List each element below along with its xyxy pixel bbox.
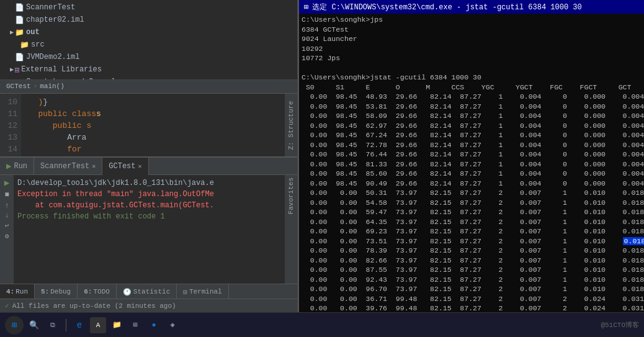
- terminal-icon: ⊡: [183, 288, 187, 296]
- status-bar: ✓ All files are up-to-date (2 minutes ag…: [0, 299, 297, 312]
- tree-item-external-libraries[interactable]: ▶ ▤ External Libraries: [0, 63, 297, 76]
- cmd-data-18: 0.00 0.00 82.66 73.97 82.15 87.27 2 0.00…: [302, 256, 642, 266]
- tree-label: JVMDemo2.iml: [26, 53, 79, 61]
- tab-todo[interactable]: 6: TODO: [78, 284, 117, 299]
- tree-item-out[interactable]: ▶ 📁 out: [0, 26, 297, 38]
- code-line-11: public classs: [24, 108, 282, 120]
- taskbar-edge[interactable]: e: [71, 317, 87, 333]
- taskbar-app1[interactable]: A: [90, 317, 106, 333]
- run-scannertest-label: ScannerTest: [40, 162, 89, 171]
- cmd-line-jps: 10772 Jps: [302, 53, 642, 63]
- search-icon: 🔍: [29, 320, 39, 330]
- tab-run-label: Run: [16, 288, 28, 295]
- breadcrumb: GCTest › main(): [0, 80, 297, 94]
- code-line-10: )}: [24, 96, 282, 108]
- code-line-15: for: [24, 143, 282, 155]
- cmd-data-5: 0.00 98.45 67.24 29.66 82.14 87.27 1 0.0…: [302, 130, 642, 140]
- cmd-data-23: 0.00 0.00 39.76 99.48 82.15 87.27 2 0.00…: [302, 303, 642, 312]
- iml-icon: 📄: [15, 16, 24, 25]
- taskbar-search-btn[interactable]: 🔍: [26, 317, 42, 333]
- run-tab-run[interactable]: ▶ Run: [0, 158, 34, 175]
- folder-icon: 📁: [15, 28, 24, 37]
- tree-label: ScannerTest: [26, 3, 75, 12]
- scroll-up-icon[interactable]: ↑: [5, 202, 9, 209]
- taskbar-search[interactable]: ⊞: [5, 316, 24, 335]
- cmd-data-20: 0.00 0.00 92.43 73.97 82.15 87.27 2 0.00…: [302, 275, 642, 285]
- cmd-data-14: 0.00 0.00 64.35 73.97 82.15 87.27 2 0.00…: [302, 217, 642, 227]
- iml-icon: 📄: [15, 3, 24, 12]
- cmd-data-8: 0.00 98.45 81.33 29.66 82.14 87.27 1 0.0…: [302, 160, 642, 169]
- iml-icon: 📄: [15, 53, 24, 62]
- cmd-window: ⊞ 选定 C:\WINDOWS\system32\cmd.exe - jstat…: [298, 0, 644, 312]
- run-error-1: Exception in thread "main" java.lang.Out…: [17, 189, 281, 200]
- run-gctest-label: GCTest: [109, 162, 135, 171]
- windows-icon: ⊞: [12, 320, 17, 330]
- breadcrumb-method: main(): [40, 83, 65, 90]
- taskbar-app4[interactable]: ●: [146, 317, 162, 333]
- cmd-data-4: 0.00 98.45 62.97 29.66 82.14 87.27 1 0.0…: [302, 121, 642, 131]
- structure-tab[interactable]: Z: Structure: [287, 101, 295, 150]
- cmd-data-19: 0.00 0.00 87.55 73.97 82.15 87.27 2 0.00…: [302, 265, 642, 275]
- tree-item-jvmdemo2[interactable]: 📄 JVMDemo2.iml: [0, 51, 297, 63]
- tree-item-chapter02[interactable]: 📄 chapter02.iml: [0, 14, 297, 26]
- taskbar-task-view[interactable]: ⧉: [45, 317, 61, 333]
- cmd-icon: ⊞: [304, 2, 308, 12]
- taskbar-app5[interactable]: ◈: [164, 317, 181, 333]
- taskbar-app2[interactable]: 📁: [109, 317, 125, 333]
- taskbar-app3[interactable]: ⊞: [127, 317, 143, 333]
- settings-icon[interactable]: ⚙: [5, 232, 9, 240]
- cmd-data-9: 0.00 98.45 85.60 29.66 82.14 87.27 1 0.0…: [302, 169, 642, 179]
- run-tab-gctest[interactable]: GCTest ✕: [102, 158, 148, 175]
- run-error-2: at com.atguigu.jstat.GCTest.main(GCTest.: [17, 200, 281, 211]
- cmd-line-gctest: 6384 GCTest: [302, 25, 642, 35]
- cmd-titlebar: ⊞ 选定 C:\WINDOWS\system32\cmd.exe - jstat…: [299, 0, 644, 14]
- stop-icon[interactable]: ■: [4, 191, 9, 199]
- cmd-data-1: 0.00 98.45 48.93 29.66 82.14 87.27 1 0.0…: [302, 92, 642, 102]
- cmd-data-11: 0.00 0.00 50.31 73.97 82.15 87.27 2 0.00…: [302, 188, 642, 198]
- tab-terminal[interactable]: ⊡ Terminal: [177, 284, 228, 299]
- cmd-data-12: 0.00 0.00 54.58 73.97 82.15 87.27 2 0.00…: [302, 198, 642, 208]
- scroll-down-icon[interactable]: ↓: [5, 212, 9, 219]
- tab-run[interactable]: 4: Run: [0, 284, 35, 299]
- tab-todo-label: TODO: [93, 288, 109, 295]
- src-icon: 📁: [20, 40, 29, 50]
- breadcrumb-file: GCTest: [6, 83, 31, 90]
- expand-icon: ▶: [10, 29, 14, 36]
- cmd-data-6: 0.00 98.45 72.78 29.66 82.14 87.27 1 0.0…: [302, 140, 642, 150]
- clock-icon: 🕐: [123, 288, 132, 296]
- cmd-data-16: 0.00 0.00 73.51 73.97 82.15 87.27 2 0.00…: [302, 236, 642, 246]
- cmd-data-2: 0.00 98.45 53.81 29.66 82.14 87.27 1 0.0…: [302, 102, 642, 112]
- expand-icon: ▶: [10, 66, 14, 73]
- cmd-body[interactable]: C:\Users\songhk>jps 6384 GCTest 9024 Lau…: [299, 14, 644, 312]
- cmd-line-launcher: 9024 Launcher: [302, 34, 642, 44]
- run-tab-label: Run: [14, 162, 27, 171]
- tree-item-scannertest[interactable]: 📄 ScannerTest: [0, 1, 297, 14]
- cmd-data-22: 0.00 0.00 36.71 99.48 82.15 87.27 2 0.00…: [302, 294, 642, 304]
- cmd-data-13: 0.00 0.00 59.47 73.97 82.15 87.27 2 0.00…: [302, 207, 642, 217]
- cmd-line-10292: 10292: [302, 44, 642, 54]
- close-icon[interactable]: ✕: [92, 163, 96, 170]
- lib-icon: ▤: [15, 65, 19, 74]
- rerun-icon[interactable]: ▶: [4, 177, 9, 188]
- cmd-data-17: 0.00 0.00 78.39 73.97 82.15 87.27 2 0.00…: [302, 246, 642, 256]
- run-exit: Process finished with exit code 1: [17, 211, 281, 222]
- taskview-icon: ⧉: [50, 321, 55, 329]
- cmd-line-jps-cmd: C:\Users\songhk>jps: [302, 15, 642, 25]
- taskbar-watermark: @51CTO博客: [601, 320, 639, 330]
- close-icon2[interactable]: ✕: [138, 163, 142, 170]
- tab-terminal-label: Terminal: [189, 288, 222, 295]
- tree-item-src[interactable]: 📁 src: [0, 38, 297, 51]
- cmd-data-15: 0.00 0.00 69.23 73.97 82.15 87.27 2 0.00…: [302, 227, 642, 236]
- code-line-13: Arra: [24, 132, 282, 143]
- tab-debug-label: Debug: [50, 288, 71, 295]
- cmd-line-header: S0 S1 E O M CCS YGC YGCT FGC FGCT GCT: [302, 83, 642, 92]
- tab-statistic[interactable]: 🕐 Statistic: [117, 284, 177, 299]
- tree-label: External Libraries: [21, 65, 102, 74]
- run-tab-scannertest[interactable]: ScannerTest ✕: [34, 158, 102, 175]
- tab-debug[interactable]: 5: Debug: [35, 284, 78, 299]
- cmd-data-7: 0.00 98.45 76.44 29.66 82.14 87.27 1 0.0…: [302, 150, 642, 160]
- tree-label: chapter02.iml: [26, 16, 84, 24]
- cmd-title: 选定 C:\WINDOWS\system32\cmd.exe - jstat -…: [312, 2, 581, 12]
- favorites-icon[interactable]: Favorites: [287, 177, 295, 214]
- wrap-icon[interactable]: ↩: [5, 222, 9, 230]
